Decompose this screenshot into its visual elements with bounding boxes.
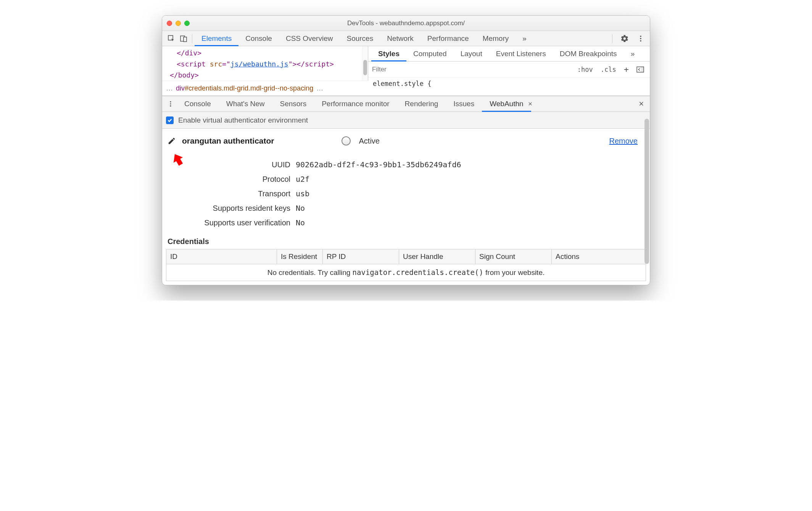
code-token: src [210,60,222,68]
tab-dom-breakpoints[interactable]: DOM Breakpoints [553,46,624,61]
drawer-tab-issues[interactable]: Issues [446,96,482,112]
svg-point-3 [640,36,641,37]
col-signcount[interactable]: Sign Count [475,249,552,264]
kebab-menu-icon[interactable] [635,32,647,45]
breadcrumb-classes: .mdl-grid.mdl-grid--no-spacing [222,84,313,92]
col-userhandle[interactable]: User Handle [399,249,475,264]
drawer-menu-icon[interactable] [164,98,177,110]
col-actions[interactable]: Actions [552,249,646,264]
window-title: DevTools - webauthndemo.appspot.com/ [162,19,650,27]
col-id[interactable]: ID [166,249,277,264]
active-radio[interactable] [342,136,351,146]
tab-styles[interactable]: Styles [371,46,406,61]
tab-css-overview[interactable]: CSS Overview [279,31,340,46]
detail-value-protocol: u2f [296,175,642,184]
svg-point-9 [170,103,171,104]
code-token: </ [170,71,178,79]
code-token: </ [296,60,305,68]
detail-value-uv: No [296,218,642,227]
close-tab-icon[interactable]: × [527,100,533,108]
empty-text-post: from your website. [483,268,545,277]
code-token: div [185,49,198,57]
code-token: > [330,60,334,68]
edit-pencil-icon[interactable] [168,137,176,145]
breadcrumb-overflow-right[interactable]: … [316,84,323,92]
styles-body[interactable]: element.style { [368,78,650,90]
drawer-scrollbar[interactable] [644,119,649,264]
remove-link[interactable]: Remove [609,137,644,146]
code-token: > [195,71,199,79]
tabs-overflow[interactable]: » [516,31,533,46]
drawer-tab-webauthn[interactable]: WebAuthn [482,96,531,112]
credentials-heading: Credentials [166,235,646,249]
detail-value-uuid: 90262adb-df2f-4c93-9bb1-35db6249afd6 [296,160,642,169]
code-token: "> [288,60,297,68]
authenticator-panel: orangutan authenticator Active Remove UU… [162,129,650,285]
col-resident[interactable]: Is Resident [277,249,323,264]
svg-point-8 [170,101,171,102]
enable-virtual-auth-bar: Enable virtual authenticator environment [162,112,650,129]
device-toolbar-icon[interactable] [177,32,190,45]
styles-filter-input[interactable] [372,66,572,73]
credentials-table: ID Is Resident RP ID User Handle Sign Co… [166,249,646,281]
drawer-tab-whatsnew[interactable]: What's New [219,96,272,112]
tab-event-listeners[interactable]: Event Listeners [489,46,553,61]
annotation-arrow-icon [169,151,187,169]
empty-text-pre: No credentials. Try calling [267,268,353,277]
svg-point-4 [640,38,641,39]
inspect-element-icon[interactable] [165,32,177,45]
code-token[interactable]: js/webauthn.js [230,60,288,68]
hov-toggle[interactable]: :hov [575,66,595,73]
detail-label-uv: Supports user verification [170,218,296,227]
cls-toggle[interactable]: .cls [599,66,618,73]
enable-checkbox[interactable] [166,116,174,124]
code-token: body [178,71,195,79]
detail-label-resident: Supports resident keys [170,204,296,213]
tab-memory[interactable]: Memory [476,31,516,46]
styles-tabs-overflow[interactable]: » [624,46,642,61]
tab-computed[interactable]: Computed [406,46,454,61]
code-token: </ [177,49,185,57]
detail-value-resident: No [296,204,642,213]
enable-label: Enable virtual authenticator environment [178,116,308,125]
close-drawer-icon[interactable]: × [635,99,648,109]
active-label: Active [359,137,380,146]
drawer-tab-perfmon[interactable]: Performance monitor [314,96,397,112]
detail-label-transport: Transport [170,189,296,198]
code-token: script [181,60,210,68]
svg-rect-2 [184,37,187,42]
detail-label-protocol: Protocol [170,175,296,184]
tab-performance[interactable]: Performance [420,31,476,46]
dom-breadcrumb[interactable]: … div#credentials.mdl-grid.mdl-grid--no-… [162,81,368,96]
drawer-tab-console[interactable]: Console [177,96,219,112]
code-token: < [177,60,181,68]
drawer-tab-sensors[interactable]: Sensors [272,96,314,112]
col-rpid[interactable]: RP ID [323,249,399,264]
styles-pane: Styles Computed Layout Event Listeners D… [368,46,650,95]
breadcrumb-id: #credentials [185,84,222,92]
svg-point-10 [170,105,171,107]
code-token: script [305,60,330,68]
empty-text-code: navigator.credentials.create() [353,268,483,277]
tab-console[interactable]: Console [238,31,279,46]
divider [192,34,192,43]
divider [612,34,612,43]
add-style-icon[interactable]: + [622,65,631,74]
tab-sources[interactable]: Sources [340,31,380,46]
authenticator-details: UUID 90262adb-df2f-4c93-9bb1-35db6249afd… [166,149,646,235]
tab-layout[interactable]: Layout [454,46,489,61]
code-token: =" [222,60,230,68]
main-tabs: Elements Console CSS Overview Sources Ne… [162,31,650,46]
breadcrumb-overflow-left[interactable]: … [166,84,173,92]
tab-elements[interactable]: Elements [195,31,238,46]
titlebar: DevTools - webauthndemo.appspot.com/ [162,16,650,31]
tab-network[interactable]: Network [380,31,420,46]
detail-value-transport: usb [296,189,642,198]
drawer-tab-rendering[interactable]: Rendering [397,96,446,112]
credentials-empty-row: No credentials. Try calling navigator.cr… [166,264,646,281]
toggle-sidebar-icon[interactable] [635,66,646,73]
code-token: > [197,49,201,57]
svg-rect-7 [641,67,644,72]
settings-gear-icon[interactable] [619,32,631,45]
authenticator-name: orangutan authenticator [182,136,274,146]
